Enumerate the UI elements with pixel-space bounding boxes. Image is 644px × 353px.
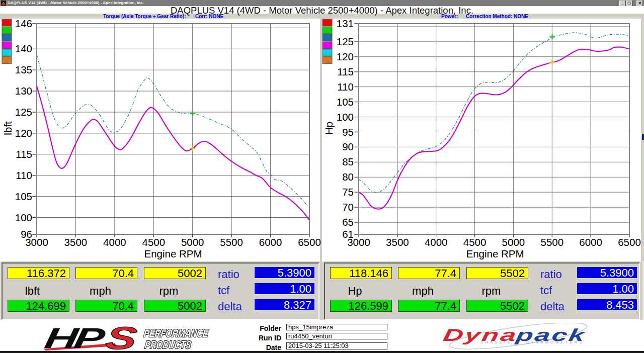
svg-text:146: 146 <box>15 18 32 29</box>
svg-text:3500: 3500 <box>64 236 88 248</box>
svg-text:HP: HP <box>42 322 108 353</box>
svg-text:90: 90 <box>342 141 354 152</box>
svg-text:3000: 3000 <box>347 236 370 248</box>
svg-text:4000: 4000 <box>425 236 448 248</box>
svg-text:120: 120 <box>337 51 354 62</box>
svg-text:100: 100 <box>337 111 354 123</box>
svg-text:Engine RPM: Engine RPM <box>144 248 202 259</box>
svg-text:PRODUCTS: PRODUCTS <box>144 338 192 350</box>
svg-text:3000: 3000 <box>25 236 48 248</box>
svg-text:lbft: lbft <box>2 121 14 135</box>
svg-text:65: 65 <box>342 216 354 228</box>
svg-text:85: 85 <box>342 156 354 167</box>
svg-text:PERFORMANCE: PERFORMANCE <box>143 327 209 339</box>
svg-text:110: 110 <box>337 81 354 93</box>
svg-text:125: 125 <box>15 106 32 118</box>
svg-text:75: 75 <box>342 186 354 198</box>
svg-text:5000: 5000 <box>502 236 525 248</box>
svg-text:Engine RPM: Engine RPM <box>466 248 524 259</box>
svg-text:4500: 4500 <box>142 236 165 248</box>
svg-text:135: 135 <box>15 64 32 75</box>
svg-text:100: 100 <box>15 212 32 223</box>
svg-text:DYNAMOMETERS: DYNAMOMETERS <box>526 340 584 344</box>
svg-text:105: 105 <box>337 96 354 108</box>
svg-text:CHASSIS: CHASSIS <box>480 340 512 344</box>
svg-text:125: 125 <box>337 36 354 47</box>
svg-text:4500: 4500 <box>463 236 487 248</box>
svg-text:130: 130 <box>15 85 32 97</box>
svg-text:120: 120 <box>15 127 32 139</box>
svg-text:131: 131 <box>337 18 354 29</box>
svg-text:110: 110 <box>16 169 32 181</box>
svg-text:3500: 3500 <box>386 236 409 248</box>
svg-text:115: 115 <box>337 66 354 77</box>
svg-text:6000: 6000 <box>259 236 282 248</box>
svg-text:6000: 6000 <box>579 236 602 248</box>
svg-text:80: 80 <box>342 171 354 183</box>
svg-text:6500: 6500 <box>618 236 641 248</box>
svg-text:4000: 4000 <box>103 236 126 248</box>
svg-text:70: 70 <box>342 201 354 213</box>
svg-text:105: 105 <box>15 191 32 202</box>
svg-text:6500: 6500 <box>298 236 321 248</box>
svg-text:5500: 5500 <box>220 236 243 248</box>
svg-text:S: S <box>103 322 139 353</box>
svg-text:115: 115 <box>16 148 32 160</box>
svg-text:95: 95 <box>342 126 354 138</box>
svg-text:Hp: Hp <box>323 122 335 135</box>
svg-text:140: 140 <box>15 43 32 54</box>
svg-text:5000: 5000 <box>181 236 204 248</box>
svg-text:5500: 5500 <box>540 236 564 248</box>
